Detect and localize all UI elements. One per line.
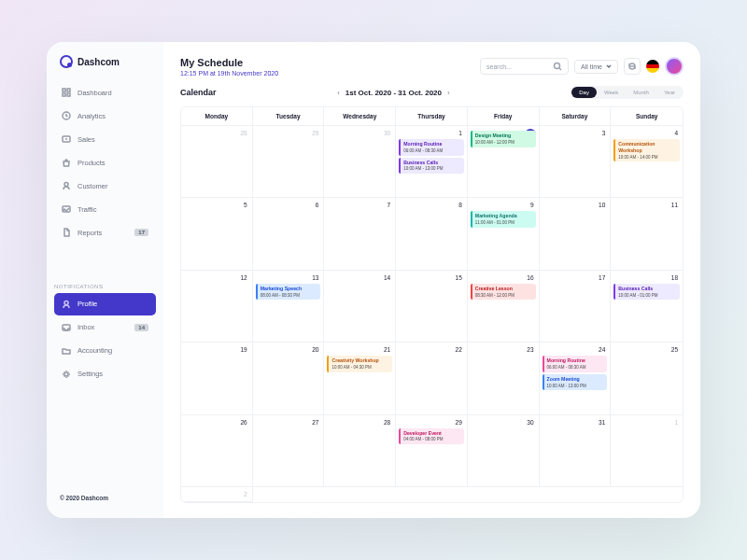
app-window: Dashcom DashboardAnalyticsSalesProductsC…: [47, 42, 700, 518]
day-number: 17: [543, 273, 608, 282]
view-week[interactable]: Week: [597, 87, 626, 98]
calendar-cell[interactable]: 8: [396, 198, 468, 270]
calendar-cell[interactable]: 24Morning Routine06:00 AM - 08:30 AMZoom…: [540, 343, 612, 414]
sidebar-item-analytics[interactable]: Analytics: [54, 105, 156, 127]
view-month[interactable]: Month: [626, 87, 656, 98]
calendar-cell[interactable]: 28: [324, 415, 396, 487]
calendar-cell[interactable]: 10: [540, 198, 612, 270]
calendar-event[interactable]: Business Calls10:00 AM - 13:00 PM: [399, 158, 464, 175]
day-number: 28: [184, 129, 249, 137]
calendar-event[interactable]: Zoom Meeting10:00 AM - 13:00 PM: [543, 374, 608, 391]
calendar-event[interactable]: Creative Lesson08:30 AM - 12:00 PM: [471, 284, 536, 301]
sidebar-item-customer[interactable]: Customer: [54, 175, 156, 197]
calendar-cell[interactable]: 7: [324, 198, 396, 270]
day-number: 22: [399, 345, 464, 354]
locale-flag-germany[interactable]: [646, 60, 659, 73]
day-number: 5: [184, 201, 249, 209]
calendar-cell[interactable]: 6: [253, 198, 325, 270]
calendar-cell[interactable]: 5: [181, 198, 253, 270]
event-title: Business Calls: [618, 286, 677, 292]
calendar-cell[interactable]: 17: [540, 271, 612, 343]
sidebar-item-inbox[interactable]: Inbox14: [54, 316, 156, 339]
calendar-event[interactable]: Morning Routine06:00 AM - 08:30 AM: [399, 139, 464, 156]
nav-label: Dashboard: [78, 89, 112, 97]
prev-range-button[interactable]: ‹: [337, 89, 340, 97]
grid-icon: [62, 88, 71, 97]
calendar-cell[interactable]: 2Design Meeting10:00 AM - 12:00 PM: [468, 126, 540, 198]
calendar-cell[interactable]: 29: [253, 126, 325, 198]
user-avatar[interactable]: [665, 57, 684, 76]
sidebar-item-sales[interactable]: Sales: [54, 128, 156, 150]
event-title: Zoom Meeting: [547, 376, 605, 383]
calendar-cell[interactable]: 27: [253, 415, 325, 487]
calendar-cell[interactable]: 16Creative Lesson08:30 AM - 12:00 PM: [468, 271, 540, 343]
calendar-event[interactable]: Communication Workshop10:00 AM - 14:00 P…: [613, 139, 680, 161]
calendar-cell[interactable]: 1: [611, 415, 683, 487]
gear-icon: [62, 370, 71, 379]
nav-label: Products: [78, 159, 106, 167]
calendar-event[interactable]: Developer Event04:00 AM - 08:00 PM: [399, 428, 464, 445]
calendar-event[interactable]: Morning Routine06:00 AM - 08:30 AM: [543, 356, 608, 372]
calendar-cell[interactable]: 4Communication Workshop10:00 AM - 14:00 …: [611, 126, 683, 198]
sidebar-item-reports[interactable]: Reports17: [54, 221, 156, 244]
day-number: 10: [543, 201, 608, 209]
calendar-cell[interactable]: 20: [253, 343, 325, 414]
calendar-cell[interactable]: 29Developer Event04:00 AM - 08:00 PM: [396, 415, 468, 487]
search-input[interactable]: search...: [480, 58, 569, 75]
calendar-cell[interactable]: 18Business Calls10:00 AM - 01:00 PM: [611, 271, 683, 343]
day-number: 2: [184, 490, 249, 498]
sidebar-item-dashboard[interactable]: Dashboard: [54, 81, 156, 104]
calendar-cell[interactable]: 28: [181, 126, 253, 198]
weekday-label: Wednesday: [324, 107, 396, 125]
calendar-cell[interactable]: 11: [611, 198, 683, 270]
calendar-event[interactable]: Business Calls10:00 AM - 01:00 PM: [613, 284, 680, 301]
view-day[interactable]: Day: [571, 87, 597, 98]
day-number: 31: [543, 418, 608, 427]
sidebar-item-products[interactable]: Products: [54, 151, 156, 174]
calendar-cell[interactable]: 30: [468, 415, 540, 487]
brand-logo[interactable]: Dashcom: [47, 55, 163, 81]
calendar-event[interactable]: Creativity Workshop10:00 AM - 04:30 PM: [327, 356, 392, 372]
time-filter[interactable]: All time: [574, 60, 618, 74]
calendar-event[interactable]: Design Meeting10:00 AM - 12:00 PM: [471, 131, 536, 147]
page-header: My Schedule 12:15 PM at 19th November 20…: [180, 57, 684, 77]
calendar-cell[interactable]: 31: [540, 415, 612, 487]
day-number: 27: [256, 418, 321, 427]
calendar-cell[interactable]: 14: [324, 271, 396, 343]
calendar-cell[interactable]: 22: [396, 343, 468, 414]
calendar-cell[interactable]: 9Marketing Agenda11:00 AM - 01:00 PM: [468, 198, 540, 270]
sidebar-item-profile[interactable]: Profile: [54, 293, 156, 315]
svg-rect-0: [63, 89, 65, 91]
event-time: 11:00 AM - 01:00 PM: [475, 220, 514, 225]
page-title: My Schedule: [180, 57, 278, 68]
refresh-button[interactable]: [624, 58, 641, 75]
sidebar-item-accounting[interactable]: Accounting: [54, 340, 156, 362]
calendar-cell[interactable]: 25: [611, 343, 683, 414]
day-number: 25: [613, 345, 680, 354]
calendar-event[interactable]: Marketing Agenda11:00 AM - 01:00 PM: [471, 211, 536, 228]
sidebar-item-settings[interactable]: Settings: [54, 363, 156, 385]
sidebar-nav: DashboardAnalyticsSalesProductsCustomerT…: [47, 81, 163, 276]
day-number: 3: [543, 129, 608, 137]
calendar-cell[interactable]: 15: [396, 271, 468, 343]
calendar-cell[interactable]: 19: [181, 343, 253, 414]
sidebar-item-traffic[interactable]: Traffic: [54, 198, 156, 220]
weekday-label: Sunday: [611, 107, 683, 125]
view-year[interactable]: Year: [656, 87, 683, 98]
next-range-button[interactable]: ›: [447, 89, 450, 97]
calendar-cell[interactable]: 21Creativity Workshop10:00 AM - 04:30 PM: [324, 343, 396, 414]
filter-label: All time: [581, 63, 602, 70]
calendar-cell[interactable]: 1Morning Routine06:00 AM - 08:30 AMBusin…: [396, 126, 468, 198]
calendar-event[interactable]: Marketing Speech08:00 AM - 08:30 PM: [256, 284, 321, 301]
calendar-cell[interactable]: 30: [324, 126, 396, 198]
nav-section-label: NOTIFICATIONS: [47, 276, 163, 293]
calendar-cell[interactable]: 12: [181, 271, 253, 343]
dollar-icon: [62, 134, 71, 144]
day-number: 20: [256, 345, 321, 354]
calendar-cell[interactable]: 23: [468, 343, 540, 414]
calendar-cell[interactable]: 26: [181, 415, 253, 487]
day-number: 6: [256, 201, 321, 209]
calendar-cell[interactable]: 13Marketing Speech08:00 AM - 08:30 PM: [253, 271, 325, 343]
calendar-cell[interactable]: 2: [181, 487, 253, 502]
calendar-cell[interactable]: 3: [540, 126, 612, 198]
